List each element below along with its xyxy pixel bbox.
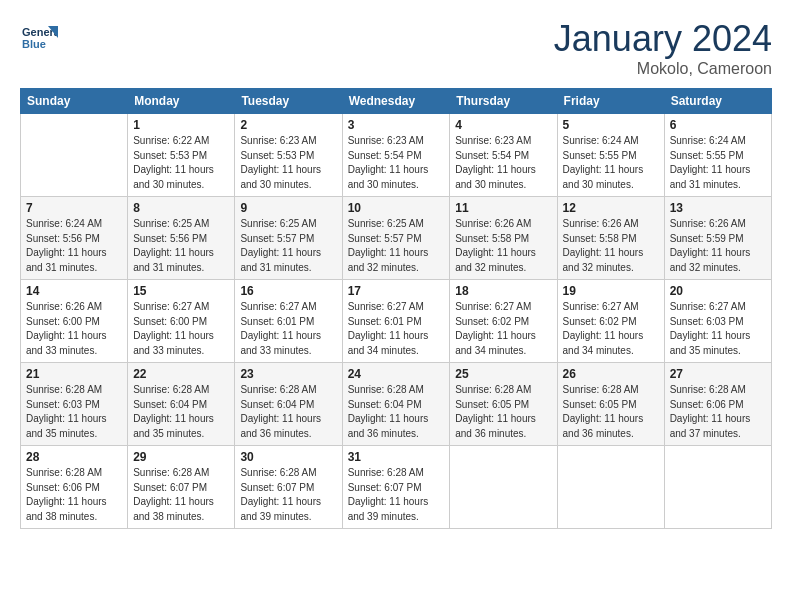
day-number: 7: [26, 201, 122, 215]
day-number: 16: [240, 284, 336, 298]
day-info: Sunrise: 6:28 AMSunset: 6:06 PMDaylight:…: [26, 467, 107, 522]
logo: General Blue: [20, 18, 62, 56]
day-cell: 21 Sunrise: 6:28 AMSunset: 6:03 PMDaylig…: [21, 363, 128, 446]
day-info: Sunrise: 6:27 AMSunset: 6:00 PMDaylight:…: [133, 301, 214, 356]
day-cell: 20 Sunrise: 6:27 AMSunset: 6:03 PMDaylig…: [664, 280, 771, 363]
day-number: 6: [670, 118, 766, 132]
day-info: Sunrise: 6:25 AMSunset: 5:57 PMDaylight:…: [240, 218, 321, 273]
day-number: 17: [348, 284, 445, 298]
weekday-header-thursday: Thursday: [450, 89, 557, 114]
day-number: 9: [240, 201, 336, 215]
day-info: Sunrise: 6:25 AMSunset: 5:56 PMDaylight:…: [133, 218, 214, 273]
day-number: 20: [670, 284, 766, 298]
day-number: 25: [455, 367, 551, 381]
day-number: 21: [26, 367, 122, 381]
day-number: 19: [563, 284, 659, 298]
day-number: 11: [455, 201, 551, 215]
day-cell: 12 Sunrise: 6:26 AMSunset: 5:58 PMDaylig…: [557, 197, 664, 280]
day-cell: 19 Sunrise: 6:27 AMSunset: 6:02 PMDaylig…: [557, 280, 664, 363]
day-info: Sunrise: 6:28 AMSunset: 6:03 PMDaylight:…: [26, 384, 107, 439]
day-cell: 3 Sunrise: 6:23 AMSunset: 5:54 PMDayligh…: [342, 114, 450, 197]
day-cell: 25 Sunrise: 6:28 AMSunset: 6:05 PMDaylig…: [450, 363, 557, 446]
day-cell: 1 Sunrise: 6:22 AMSunset: 5:53 PMDayligh…: [128, 114, 235, 197]
day-info: Sunrise: 6:22 AMSunset: 5:53 PMDaylight:…: [133, 135, 214, 190]
weekday-header-tuesday: Tuesday: [235, 89, 342, 114]
day-number: 3: [348, 118, 445, 132]
day-info: Sunrise: 6:26 AMSunset: 6:00 PMDaylight:…: [26, 301, 107, 356]
week-row-1: 1 Sunrise: 6:22 AMSunset: 5:53 PMDayligh…: [21, 114, 772, 197]
day-info: Sunrise: 6:28 AMSunset: 6:04 PMDaylight:…: [240, 384, 321, 439]
day-info: Sunrise: 6:26 AMSunset: 5:58 PMDaylight:…: [455, 218, 536, 273]
day-info: Sunrise: 6:28 AMSunset: 6:07 PMDaylight:…: [240, 467, 321, 522]
weekday-header-row: SundayMondayTuesdayWednesdayThursdayFrid…: [21, 89, 772, 114]
day-info: Sunrise: 6:24 AMSunset: 5:55 PMDaylight:…: [670, 135, 751, 190]
weekday-header-wednesday: Wednesday: [342, 89, 450, 114]
day-number: 28: [26, 450, 122, 464]
day-cell: 5 Sunrise: 6:24 AMSunset: 5:55 PMDayligh…: [557, 114, 664, 197]
weekday-header-saturday: Saturday: [664, 89, 771, 114]
day-number: 13: [670, 201, 766, 215]
day-cell: 26 Sunrise: 6:28 AMSunset: 6:05 PMDaylig…: [557, 363, 664, 446]
month-title: January 2024: [554, 18, 772, 60]
week-row-5: 28 Sunrise: 6:28 AMSunset: 6:06 PMDaylig…: [21, 446, 772, 529]
day-cell: 17 Sunrise: 6:27 AMSunset: 6:01 PMDaylig…: [342, 280, 450, 363]
day-info: Sunrise: 6:23 AMSunset: 5:53 PMDaylight:…: [240, 135, 321, 190]
title-block: January 2024 Mokolo, Cameroon: [554, 18, 772, 78]
day-number: 18: [455, 284, 551, 298]
svg-text:Blue: Blue: [22, 38, 46, 50]
day-info: Sunrise: 6:28 AMSunset: 6:04 PMDaylight:…: [133, 384, 214, 439]
day-info: Sunrise: 6:27 AMSunset: 6:02 PMDaylight:…: [563, 301, 644, 356]
day-cell: [557, 446, 664, 529]
day-number: 29: [133, 450, 229, 464]
day-cell: [450, 446, 557, 529]
day-number: 15: [133, 284, 229, 298]
day-cell: 30 Sunrise: 6:28 AMSunset: 6:07 PMDaylig…: [235, 446, 342, 529]
day-number: 4: [455, 118, 551, 132]
day-number: 23: [240, 367, 336, 381]
day-info: Sunrise: 6:26 AMSunset: 5:58 PMDaylight:…: [563, 218, 644, 273]
day-cell: 28 Sunrise: 6:28 AMSunset: 6:06 PMDaylig…: [21, 446, 128, 529]
weekday-header-friday: Friday: [557, 89, 664, 114]
day-cell: 16 Sunrise: 6:27 AMSunset: 6:01 PMDaylig…: [235, 280, 342, 363]
location: Mokolo, Cameroon: [554, 60, 772, 78]
day-cell: 18 Sunrise: 6:27 AMSunset: 6:02 PMDaylig…: [450, 280, 557, 363]
day-cell: 7 Sunrise: 6:24 AMSunset: 5:56 PMDayligh…: [21, 197, 128, 280]
day-info: Sunrise: 6:24 AMSunset: 5:56 PMDaylight:…: [26, 218, 107, 273]
day-number: 14: [26, 284, 122, 298]
day-cell: 9 Sunrise: 6:25 AMSunset: 5:57 PMDayligh…: [235, 197, 342, 280]
day-info: Sunrise: 6:27 AMSunset: 6:01 PMDaylight:…: [240, 301, 321, 356]
week-row-2: 7 Sunrise: 6:24 AMSunset: 5:56 PMDayligh…: [21, 197, 772, 280]
day-number: 5: [563, 118, 659, 132]
day-cell: 23 Sunrise: 6:28 AMSunset: 6:04 PMDaylig…: [235, 363, 342, 446]
day-cell: 10 Sunrise: 6:25 AMSunset: 5:57 PMDaylig…: [342, 197, 450, 280]
day-cell: [21, 114, 128, 197]
day-info: Sunrise: 6:23 AMSunset: 5:54 PMDaylight:…: [455, 135, 536, 190]
day-number: 31: [348, 450, 445, 464]
day-info: Sunrise: 6:23 AMSunset: 5:54 PMDaylight:…: [348, 135, 429, 190]
day-cell: 6 Sunrise: 6:24 AMSunset: 5:55 PMDayligh…: [664, 114, 771, 197]
day-cell: [664, 446, 771, 529]
logo-icon: General Blue: [20, 18, 58, 56]
day-info: Sunrise: 6:27 AMSunset: 6:03 PMDaylight:…: [670, 301, 751, 356]
calendar-table: SundayMondayTuesdayWednesdayThursdayFrid…: [20, 88, 772, 529]
day-cell: 14 Sunrise: 6:26 AMSunset: 6:00 PMDaylig…: [21, 280, 128, 363]
day-info: Sunrise: 6:26 AMSunset: 5:59 PMDaylight:…: [670, 218, 751, 273]
weekday-header-monday: Monday: [128, 89, 235, 114]
day-info: Sunrise: 6:28 AMSunset: 6:05 PMDaylight:…: [455, 384, 536, 439]
day-number: 1: [133, 118, 229, 132]
day-info: Sunrise: 6:25 AMSunset: 5:57 PMDaylight:…: [348, 218, 429, 273]
day-cell: 11 Sunrise: 6:26 AMSunset: 5:58 PMDaylig…: [450, 197, 557, 280]
day-cell: 2 Sunrise: 6:23 AMSunset: 5:53 PMDayligh…: [235, 114, 342, 197]
day-info: Sunrise: 6:28 AMSunset: 6:04 PMDaylight:…: [348, 384, 429, 439]
week-row-4: 21 Sunrise: 6:28 AMSunset: 6:03 PMDaylig…: [21, 363, 772, 446]
day-number: 12: [563, 201, 659, 215]
day-number: 10: [348, 201, 445, 215]
day-number: 2: [240, 118, 336, 132]
day-number: 22: [133, 367, 229, 381]
day-cell: 22 Sunrise: 6:28 AMSunset: 6:04 PMDaylig…: [128, 363, 235, 446]
day-info: Sunrise: 6:24 AMSunset: 5:55 PMDaylight:…: [563, 135, 644, 190]
day-cell: 31 Sunrise: 6:28 AMSunset: 6:07 PMDaylig…: [342, 446, 450, 529]
day-cell: 13 Sunrise: 6:26 AMSunset: 5:59 PMDaylig…: [664, 197, 771, 280]
day-info: Sunrise: 6:28 AMSunset: 6:05 PMDaylight:…: [563, 384, 644, 439]
day-number: 27: [670, 367, 766, 381]
